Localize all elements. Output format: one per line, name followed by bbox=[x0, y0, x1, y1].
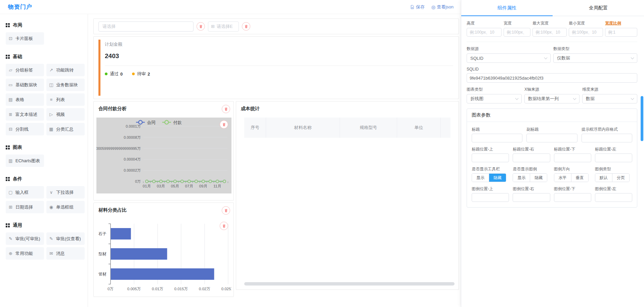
design-canvas[interactable]: 请选择 ⊞ 请选择E 计划金额 2403 bbox=[88, 14, 461, 307]
legend-pos-right-input[interactable] bbox=[513, 193, 550, 202]
sidebar-item-分组标签[interactable]: ▱分组标签 bbox=[6, 64, 44, 76]
sidebar-item-日期选择[interactable]: ⊞日期选择 bbox=[6, 201, 44, 213]
sidebar-item-分类汇总[interactable]: ▦分类汇总 bbox=[46, 123, 85, 135]
width-input[interactable] bbox=[504, 28, 530, 37]
bar-chart-area[interactable]: 0万0.005万0.01万0.015万0.02万0.025万石子型材管材 bbox=[96, 219, 231, 296]
sidebar-section-title-label: 条件 bbox=[13, 176, 22, 182]
delete-card-button[interactable] bbox=[222, 206, 230, 215]
legend-visibility-toggle-option-隐藏[interactable]: 隐藏 bbox=[530, 174, 547, 182]
sidebar-item-label: 基础数据块 bbox=[15, 82, 37, 88]
legend-type-toggle-option-默认[interactable]: 默认 bbox=[595, 174, 612, 182]
tab-global-config[interactable]: 全局配置 bbox=[553, 0, 644, 16]
sidebar-item-grid: ▢输入框∨下拉选择⊞日期选择◉单选框组 bbox=[6, 186, 84, 213]
sidebar-item-消息[interactable]: ✉消息 bbox=[46, 247, 85, 260]
video-icon: ▷ bbox=[49, 112, 54, 117]
chevron-down-icon bbox=[515, 97, 519, 100]
chart-type-select[interactable]: 折线图 bbox=[467, 94, 522, 103]
legend-visibility-toggle-option-显示[interactable]: 显示 bbox=[513, 174, 530, 182]
save-button[interactable]: 保存 bbox=[410, 4, 425, 10]
filter-bar-card[interactable]: 请选择 ⊞ 请选择E bbox=[93, 18, 459, 34]
delete-filter-date-button[interactable] bbox=[242, 22, 250, 31]
svg-text:合同: 合同 bbox=[147, 120, 156, 125]
legend-pos-left-input[interactable] bbox=[595, 193, 632, 202]
datasource-field: 数据源 SQLID bbox=[467, 46, 551, 63]
datasource-select[interactable]: SQLID bbox=[467, 53, 551, 63]
legend-type-toggle-option-分页[interactable]: 分页 bbox=[612, 174, 629, 182]
tab-component-properties[interactable]: 组件属性 bbox=[461, 0, 553, 16]
title-pos-bottom-input[interactable] bbox=[554, 154, 591, 162]
richtext-icon: ≣ bbox=[8, 112, 13, 117]
sidebar-item-label: 表格 bbox=[15, 97, 24, 103]
tooltip-format-input[interactable] bbox=[582, 134, 632, 142]
sidebar-item-审批(仅查看)[interactable]: ✎审批(仅查看) bbox=[46, 232, 85, 245]
table-header-cell-overflow bbox=[440, 118, 450, 138]
sidebar-section-title: 通用 bbox=[6, 222, 84, 228]
legend-direction-toggle-option-水平[interactable]: 水平 bbox=[554, 174, 571, 182]
sidebar-item-基础数据块[interactable]: ▭基础数据块 bbox=[6, 79, 44, 91]
sidebar-item-grid: ▱分组标签↗功能跳转▭基础数据块◫业务数据块▤表格≡列表≣富文本描述▷视频⊟分割… bbox=[6, 64, 84, 135]
sidebar-item-富文本描述[interactable]: ≣富文本描述 bbox=[6, 108, 44, 121]
line-chart-area[interactable]: 0万0.00002万0.00004万0.00005999999999999999… bbox=[96, 118, 231, 195]
sidebar-item-下拉选择[interactable]: ∨下拉选择 bbox=[46, 186, 85, 199]
field-label: 图例位置-右 bbox=[513, 186, 550, 192]
sidebar-item-label: 审批(仅查看) bbox=[56, 236, 81, 242]
chart-title-input[interactable] bbox=[472, 134, 522, 142]
field-label[interactable]: 宽度比例 bbox=[605, 20, 637, 26]
sidebar-item-表格[interactable]: ▤表格 bbox=[6, 93, 44, 106]
min-width-input[interactable] bbox=[569, 28, 603, 37]
panel-scrollbar-thumb[interactable] bbox=[641, 96, 643, 141]
legend-direction-toggle-option-垂直[interactable]: 垂直 bbox=[571, 174, 588, 182]
datatype-select[interactable]: 仅数据 bbox=[553, 53, 637, 63]
legend-type-toggle-field: 图例类型默认分页 bbox=[595, 162, 632, 182]
sidebar-item-单选框组[interactable]: ◉单选框组 bbox=[46, 201, 85, 213]
sidebar-item-label: 审批(可审批) bbox=[15, 236, 40, 242]
toolbar-visibility-toggle-option-隐藏[interactable]: 隐藏 bbox=[489, 174, 506, 182]
filter-date-picker[interactable]: ⊞ 请选择E bbox=[208, 21, 239, 32]
toolbar-visibility-toggle: 显示隐藏 bbox=[472, 173, 506, 182]
chart-subtitle-input[interactable] bbox=[526, 134, 577, 142]
view-json-button[interactable]: ◎ 查看json bbox=[431, 4, 454, 10]
sidebar-item-卡片面板[interactable]: ⊡卡片面板 bbox=[6, 32, 44, 45]
delete-filter-select-button[interactable] bbox=[197, 22, 205, 31]
sidebar-section-title: 布局 bbox=[6, 22, 84, 28]
title-pos-top-input[interactable] bbox=[472, 154, 509, 162]
height-input[interactable] bbox=[467, 28, 502, 37]
cost-statistics-table-card[interactable]: 成本统计 序号材料名称规格型号单位 bbox=[236, 101, 459, 290]
sqlid-input[interactable] bbox=[467, 73, 637, 83]
material-ratio-chart-card[interactable]: 材料分类占比 0万0.005万0.01万0.015万0.02万0.025万石子型… bbox=[93, 203, 234, 297]
sidebar-item-ECharts图表[interactable]: ▥ECharts图表 bbox=[6, 155, 44, 167]
field-label: 标题位置-右 bbox=[513, 146, 550, 152]
contract-payment-chart-card[interactable]: 合同付款分析 0万0.00002万0.00004万0.0000599999999… bbox=[93, 101, 234, 201]
horizontal-scrollbar[interactable] bbox=[244, 282, 455, 286]
sidebar-item-输入框[interactable]: ▢输入框 bbox=[6, 186, 44, 199]
delete-chart-button[interactable] bbox=[220, 120, 228, 129]
plan-amount-card[interactable]: 计划金额 2403 通过0待审2 bbox=[93, 36, 459, 99]
sidebar-item-视频[interactable]: ▷视频 bbox=[46, 108, 85, 121]
svg-text:石子: 石子 bbox=[98, 231, 106, 236]
title-pos-right-input[interactable] bbox=[513, 154, 550, 162]
dim-source-select[interactable]: 数据 bbox=[582, 94, 637, 103]
delete-chart-button[interactable] bbox=[220, 222, 228, 230]
delete-card-button[interactable] bbox=[222, 105, 230, 113]
width-ratio-input[interactable] bbox=[605, 28, 637, 37]
grid-icon bbox=[6, 145, 10, 149]
legend-pos-bottom-input[interactable] bbox=[554, 193, 591, 202]
sidebar-item-审批(可审批)[interactable]: ✎审批(可审批) bbox=[6, 232, 44, 245]
svg-text:11月: 11月 bbox=[213, 184, 221, 188]
stat-legend-row: 通过0待审2 bbox=[105, 71, 453, 77]
max-width-input[interactable] bbox=[532, 28, 567, 37]
sidebar-item-常用功能[interactable]: ⊕常用功能 bbox=[6, 247, 44, 260]
title-pos-left-input[interactable] bbox=[595, 154, 632, 162]
sidebar-item-业务数据块[interactable]: ◫业务数据块 bbox=[46, 79, 85, 91]
sidebar-item-功能跳转[interactable]: ↗功能跳转 bbox=[46, 64, 85, 76]
sidebar-item-分割线[interactable]: ⊟分割线 bbox=[6, 123, 44, 135]
sidebar-item-列表[interactable]: ≡列表 bbox=[46, 93, 85, 106]
divider bbox=[105, 65, 453, 66]
legend-pos-top-input[interactable] bbox=[472, 193, 509, 202]
toolbar-visibility-toggle-option-显示[interactable]: 显示 bbox=[472, 174, 489, 182]
filter-select[interactable]: 请选择 bbox=[98, 21, 194, 32]
grid-icon bbox=[6, 177, 10, 181]
title-pos-bottom-input-field: 标题位置-下 bbox=[554, 142, 591, 162]
stat-card-body: 计划金额 2403 通过0待审2 bbox=[105, 41, 453, 77]
x-source-select[interactable]: 数据结果第一列 bbox=[524, 94, 579, 103]
